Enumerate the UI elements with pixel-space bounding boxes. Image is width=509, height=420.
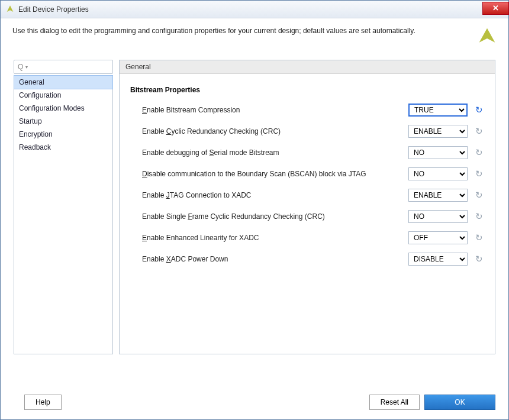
properties-list: Enable Bitstream CompressionTRUE↻Enable …: [130, 104, 484, 266]
panel-heading: General: [120, 60, 495, 74]
property-row: Enable Cyclic Redundancy Checking (CRC)E…: [130, 125, 484, 138]
search-input[interactable]: Q ▾: [14, 60, 113, 74]
close-button[interactable]: ✕: [482, 2, 509, 15]
product-logo-icon: [478, 27, 497, 46]
ok-label: OK: [455, 398, 465, 406]
reset-all-button[interactable]: Reset All: [369, 395, 420, 410]
property-select[interactable]: ENABLE: [408, 189, 468, 202]
description-row: Use this dialog to edit the programming …: [1, 18, 508, 60]
ok-button[interactable]: OK: [424, 395, 495, 410]
property-label: Enable debugging of Serial mode Bitstrea…: [142, 148, 408, 157]
nav-item-configuration[interactable]: Configuration: [14, 89, 112, 102]
property-row: Enable XADC Power DownDISABLE↻: [130, 253, 484, 266]
property-row: Enable Bitstream CompressionTRUE↻: [130, 104, 484, 117]
nav-item-readback[interactable]: Readback: [14, 141, 112, 154]
reset-icon: ↻: [473, 232, 484, 243]
property-row: Enable Single Frame Cyclic Redundancy Ch…: [130, 210, 484, 223]
property-label: Enable JTAG Connection to XADC: [142, 191, 408, 199]
chevron-down-icon: ▾: [25, 64, 28, 70]
dialog-body: Q ▾ GeneralConfigurationConfiguration Mo…: [1, 60, 508, 365]
property-select[interactable]: DISABLE: [408, 253, 468, 266]
property-row: Enable JTAG Connection to XADCENABLE↻: [130, 189, 484, 202]
reset-icon: ↻: [473, 126, 484, 137]
property-label: Enable Single Frame Cyclic Redundancy Ch…: [142, 212, 408, 221]
section-title: Bitstream Properties: [130, 86, 484, 94]
property-row: Enable debugging of Serial mode Bitstrea…: [130, 146, 484, 159]
footer: Help Reset All OK: [24, 395, 495, 410]
property-label: Enable Enhanced Linearity for XADC: [142, 234, 408, 242]
panel-body: Bitstream Properties Enable Bitstream Co…: [120, 74, 495, 286]
app-icon: [5, 5, 15, 14]
nav-item-general[interactable]: General: [14, 75, 113, 89]
help-label: Help: [36, 398, 50, 406]
reset-all-label: Reset All: [381, 398, 408, 406]
property-select[interactable]: NO: [408, 146, 468, 159]
sidebar: Q ▾ GeneralConfigurationConfiguration Mo…: [14, 60, 113, 354]
reset-icon: ↻: [473, 147, 484, 158]
nav-item-configuration-modes[interactable]: Configuration Modes: [14, 102, 112, 115]
help-button[interactable]: Help: [24, 395, 62, 410]
property-label: Enable Cyclic Redundancy Checking (CRC): [142, 127, 408, 135]
property-label: Enable Bitstream Compression: [142, 106, 408, 114]
reset-icon: ↻: [473, 190, 484, 201]
reset-icon: ↻: [473, 254, 484, 264]
property-row: Enable Enhanced Linearity for XADCOFF↻: [130, 231, 484, 244]
main-panel: General Bitstream Properties Enable Bits…: [119, 60, 495, 354]
property-select[interactable]: NO: [408, 210, 468, 223]
property-select[interactable]: OFF: [408, 231, 468, 244]
reset-icon: ↻: [473, 169, 484, 179]
nav-item-encryption[interactable]: Encryption: [14, 128, 112, 141]
description-text: Use this dialog to edit the programming …: [12, 27, 466, 35]
dialog-window: Edit Device Properties ✕ Use this dialog…: [0, 0, 509, 420]
property-select[interactable]: TRUE: [408, 104, 468, 117]
property-label: Enable XADC Power Down: [142, 255, 408, 263]
window-title: Edit Device Properties: [18, 5, 482, 14]
property-row: Disable communication to the Boundary Sc…: [130, 167, 484, 180]
property-label: Disable communication to the Boundary Sc…: [142, 170, 408, 178]
property-select[interactable]: ENABLE: [408, 125, 468, 138]
nav-item-startup[interactable]: Startup: [14, 115, 112, 128]
property-select[interactable]: NO: [408, 167, 468, 180]
close-icon: ✕: [492, 4, 499, 12]
search-icon: Q: [18, 63, 23, 71]
titlebar: Edit Device Properties ✕: [1, 1, 508, 18]
reset-icon: ↻: [473, 211, 484, 222]
nav-list: GeneralConfigurationConfiguration ModesS…: [14, 75, 113, 354]
reset-icon[interactable]: ↻: [473, 105, 484, 115]
